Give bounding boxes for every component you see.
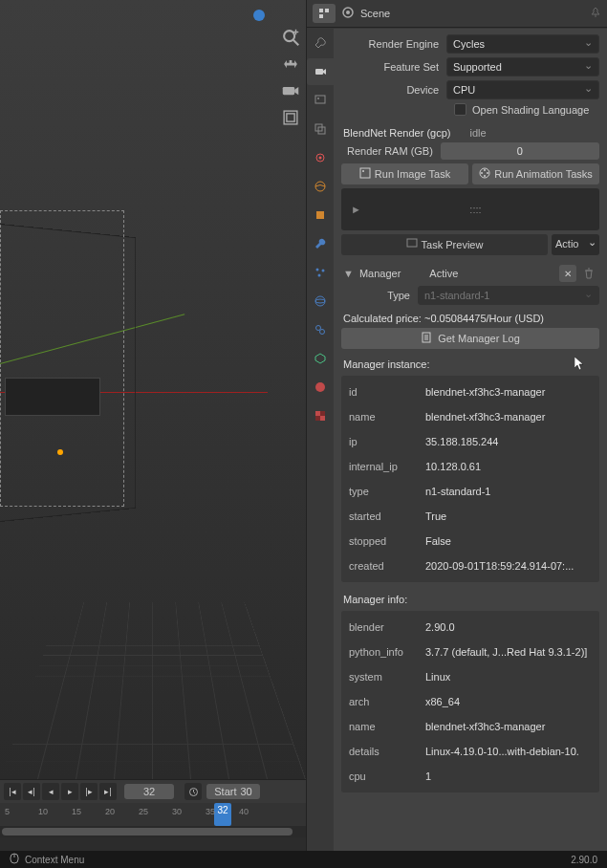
info-value: blendnet-xf3hc3-manager <box>425 721 592 732</box>
svg-point-11 <box>346 11 350 14</box>
info-key: internal_ip <box>349 461 425 472</box>
editor-type-icon[interactable] <box>313 4 336 23</box>
autokey-icon[interactable] <box>184 783 202 800</box>
camera-icon[interactable] <box>280 80 301 101</box>
svg-point-36 <box>484 169 486 171</box>
svg-rect-8 <box>325 9 329 12</box>
grid-floor <box>0 602 306 779</box>
perspective-icon[interactable] <box>280 107 301 128</box>
table-row: created2020-09-01T18:59:24.914-07:... <box>349 553 592 578</box>
scroll-thumb[interactable] <box>2 828 293 835</box>
table-row: nameblendnet-xf3hc3-manager <box>349 714 592 739</box>
zoom-icon[interactable] <box>280 27 301 48</box>
tick-label: 15 <box>72 807 81 816</box>
manager-status: Active <box>429 268 458 279</box>
tab-particles[interactable] <box>307 259 334 286</box>
info-value: True <box>425 510 592 522</box>
blendnet-status: idle <box>470 127 487 139</box>
svg-point-22 <box>322 270 325 272</box>
disclosure-icon[interactable]: ▼ <box>343 268 354 279</box>
tick-label: 20 <box>105 807 115 816</box>
table-row: systemLinux <box>349 664 592 689</box>
timeline-ruler[interactable]: 32 510152025303540 <box>0 803 306 826</box>
run-anim-button[interactable]: Run Animation Tasks <box>472 163 599 184</box>
navball-dot[interactable] <box>253 10 265 21</box>
keyframe-next-button[interactable]: |▸ <box>80 783 98 800</box>
trash-icon[interactable] <box>580 265 597 282</box>
svg-rect-9 <box>319 14 323 18</box>
tab-constraints[interactable] <box>307 316 334 343</box>
start-frame-input[interactable]: Start 30 <box>206 784 259 799</box>
tab-material[interactable] <box>307 374 334 401</box>
tab-modifier[interactable] <box>307 230 334 257</box>
svg-point-28 <box>315 382 325 392</box>
timeline-scrollbar[interactable] <box>0 826 306 837</box>
info-key: name <box>349 721 425 732</box>
tab-world[interactable] <box>307 173 334 200</box>
tab-render[interactable] <box>307 58 334 85</box>
playhead[interactable]: 32 <box>214 803 231 826</box>
task-preview-button[interactable]: Task Preview <box>341 234 548 255</box>
svg-line-1 <box>293 40 299 46</box>
svg-point-37 <box>487 172 488 174</box>
context-menu-label: Context Menu <box>25 855 84 865</box>
svg-rect-32 <box>315 416 320 421</box>
featureset-select[interactable]: Supported <box>446 57 599 76</box>
svg-point-25 <box>315 299 325 303</box>
tab-output[interactable] <box>307 87 334 114</box>
device-select[interactable]: CPU <box>446 80 599 99</box>
jump-start-button[interactable]: |◂ <box>4 783 21 800</box>
svg-point-38 <box>484 175 486 177</box>
log-icon <box>421 332 432 345</box>
play-reverse-button[interactable]: ◂ <box>42 783 59 800</box>
get-log-button[interactable]: Get Manager Log <box>341 328 599 349</box>
play-button[interactable]: ▸ <box>61 783 78 800</box>
drag-dots-icon[interactable]: :::: <box>469 204 481 215</box>
table-row: cpu1 <box>349 764 592 789</box>
info-value: False <box>425 535 592 547</box>
play-icon[interactable]: ► <box>351 204 361 215</box>
close-icon[interactable]: ✕ <box>559 265 576 282</box>
info-value: Linux-4.19.0-10...with-debian-10. <box>425 746 592 757</box>
tab-texture[interactable] <box>307 402 334 429</box>
preview-area: ► :::: <box>341 188 599 230</box>
viewport-3d[interactable] <box>0 0 306 779</box>
osl-checkbox[interactable] <box>454 103 466 116</box>
tab-scene[interactable] <box>307 144 334 171</box>
tick-label: 35 <box>206 807 215 816</box>
tab-viewlayer[interactable] <box>307 116 334 142</box>
tab-physics[interactable] <box>307 288 334 315</box>
tab-data[interactable] <box>307 345 334 372</box>
svg-point-26 <box>316 326 321 331</box>
table-row: ip35.188.185.244 <box>349 429 592 454</box>
keyframe-prev-button[interactable]: ◂| <box>23 783 40 800</box>
ram-input[interactable]: 0 <box>441 142 599 160</box>
svg-point-39 <box>481 172 483 174</box>
info-key: created <box>349 560 425 572</box>
preview-icon <box>406 238 418 251</box>
tab-object[interactable] <box>307 202 334 228</box>
info-value: 2.90.0 <box>425 621 592 633</box>
pin-icon[interactable] <box>590 7 601 20</box>
info-key: type <box>349 486 425 497</box>
pan-icon[interactable] <box>280 54 301 75</box>
info-value: n1-standard-1 <box>425 486 592 497</box>
info-value: 2020-09-01T18:59:24.914-07:... <box>425 560 592 572</box>
jump-end-button[interactable]: ▸| <box>99 783 117 800</box>
render-engine-select[interactable]: Cycles <box>446 34 599 54</box>
run-image-button[interactable]: Run Image Task <box>341 163 468 184</box>
svg-point-23 <box>318 274 321 277</box>
info-key: arch <box>349 696 425 707</box>
mesh-object[interactable] <box>5 378 100 416</box>
info-table: blender2.90.0python_info3.7.7 (default, … <box>341 611 599 792</box>
tick-label: 30 <box>172 807 182 816</box>
info-value: Linux <box>425 671 592 683</box>
panel-header: Scene <box>307 0 607 28</box>
type-select[interactable]: n1-standard-1 <box>418 286 599 305</box>
action-select[interactable]: Actio <box>552 234 599 255</box>
current-frame-input[interactable]: 32 <box>124 784 174 799</box>
svg-point-14 <box>317 98 319 99</box>
version-label: 2.90.0 <box>571 855 597 865</box>
tab-tool[interactable] <box>307 30 334 56</box>
manager-label: Manager <box>359 268 401 279</box>
